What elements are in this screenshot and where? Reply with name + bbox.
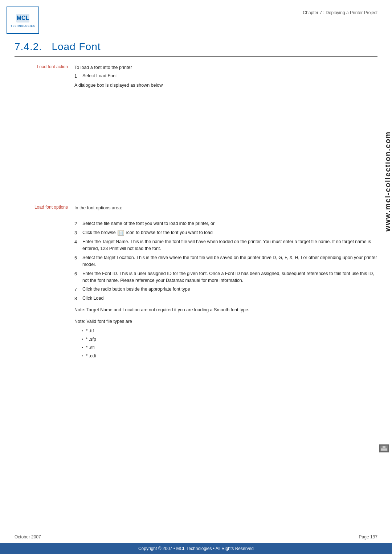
small-icon-svg [380,446,388,451]
options-item-5: 5 Select the target Location. This is th… [74,254,377,268]
step1-num: 1 [74,73,82,80]
side-watermark: www.mcl-collection.com [381,91,392,272]
item5-num: 5 [74,254,82,262]
item8-num: 8 [74,295,82,302]
options-intro: In the font options area: [74,204,377,212]
item6-text: Enter the Font ID. This is a user assign… [82,270,377,284]
page-footer: October 2007 Page 197 Copyright © 2007 •… [0,531,392,554]
note2-text: Note: Valid font file types are [74,318,377,325]
list-item: * .ttf [82,327,377,335]
footer-page: Page 197 [359,534,377,539]
dialog-placeholder-area [74,93,377,194]
action-intro: To load a font into the printer [74,64,377,71]
action-followup: A dialogue box is displayed as shown bel… [74,82,377,89]
item7-text: Click the radio button beside the approp… [82,286,377,293]
side-icon-small [379,444,389,452]
item2-text: Select the file name of the font you wan… [82,220,377,227]
chapter-reference: Chapter 7 : Deploying a Printer Project [303,10,377,15]
svg-rect-4 [383,446,385,448]
action-step1: 1 Select Load Font [74,73,377,80]
item5-text: Select the target Location. This is the … [82,254,377,268]
item7-num: 7 [74,286,82,293]
list-item: * .cdi [82,352,377,360]
logo-tech-text: TECHNOLOGIES [11,25,35,27]
svg-text:MCL: MCL [17,15,29,21]
font-types-list: * .ttf * .sfp * .sfl * .cdi [82,327,377,360]
load-font-action-row: Load font action To load a font into the… [15,64,377,198]
note1-text: Note: Target Name and Location are not r… [74,307,377,313]
options-item-2: 2 Select the file name of the font you w… [74,220,377,227]
options-item-3: 3 Click the browse 📄 icon to browse for … [74,229,377,237]
load-font-options-label: Load font options [15,204,74,361]
section-title: 7.4.2. Load Font [15,41,377,53]
item3-num: 3 [74,229,82,237]
load-font-options-content: In the font options area: 2 Select the f… [74,204,377,361]
options-item-4: 4 Enter the Target Name. This is the nam… [74,238,377,253]
item3-text: Click the browse 📄 icon to browse for th… [82,229,377,236]
svg-rect-3 [381,448,387,451]
content-area: Load font action To load a font into the… [0,64,392,361]
footer-date: October 2007 [15,534,41,539]
options-item-8: 8 Click Load [74,295,377,302]
footer-main: October 2007 Page 197 [0,531,392,543]
load-font-options-row: Load font options In the font options ar… [15,204,377,361]
item8-text: Click Load [82,295,377,302]
item4-text: Enter the Target Name. This is the name … [82,238,377,253]
item2-num: 2 [74,220,82,227]
item4-num: 4 [74,238,82,246]
browse-icon: 📄 [118,230,124,236]
list-item: * .sfp [82,336,377,343]
logo-graphic: MCL [16,13,30,23]
logo: MCL TECHNOLOGIES [7,7,39,34]
load-font-action-label: Load font action [15,64,74,198]
item6-num: 6 [74,270,82,278]
step1-text: Select Load Font [82,73,377,79]
load-font-action-content: To load a font into the printer 1 Select… [74,64,377,198]
footer-copyright: Copyright © 2007 • MCL Technologies • Al… [0,543,392,554]
list-item: * .sfl [82,344,377,351]
page-container: MCL TECHNOLOGIES Chapter 7 : Deploying a… [0,0,392,554]
options-item-7: 7 Click the radio button beside the appr… [74,286,377,293]
title-section: 7.4.2. Load Font [0,34,392,57]
title-divider [15,56,377,57]
options-item-6: 6 Enter the Font ID. This is a user assi… [74,270,377,284]
page-header: MCL TECHNOLOGIES Chapter 7 : Deploying a… [0,0,392,34]
